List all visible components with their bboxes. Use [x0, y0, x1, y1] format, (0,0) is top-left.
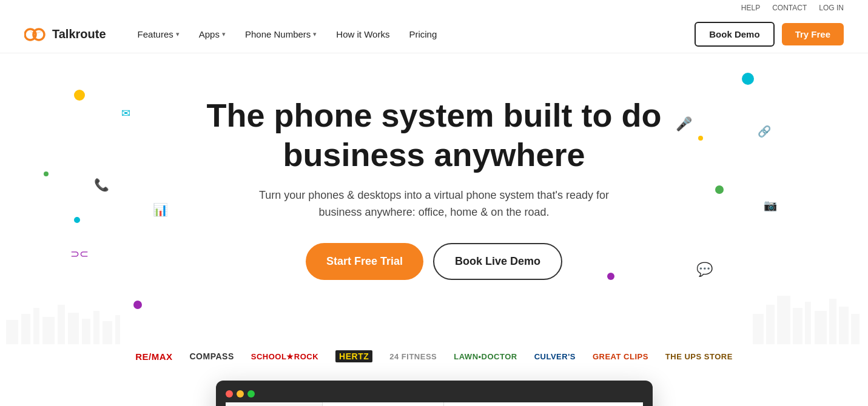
deco-org-icon: 🔗 [758, 125, 771, 138]
messages-header: All Messages ▾ ✏ [323, 402, 443, 406]
svg-rect-6 [58, 305, 65, 344]
help-link[interactable]: HELP [741, 4, 760, 12]
nav-pricing[interactable]: Pricing [402, 24, 444, 44]
traffic-light-red [226, 390, 233, 398]
logo-text: Talkroute [52, 27, 106, 41]
deco-yellow-sm-right [698, 136, 703, 141]
nav-phone-numbers[interactable]: Phone Numbers ▾ [238, 24, 324, 44]
hero-subtext: Turn your phones & desktops into a virtu… [252, 187, 616, 222]
nav-links: Features ▾ Apps ▾ Phone Numbers ▾ How it… [130, 24, 695, 44]
traffic-light-yellow [237, 390, 244, 398]
svg-rect-3 [21, 314, 30, 344]
messages-panel: All Messages ▾ ✏ 1 (312) 555-9208 We are… [323, 402, 444, 406]
nav-apps[interactable]: Apps ▾ [192, 24, 233, 44]
deco-chart-icon: 📊 [153, 202, 168, 217]
brand-schoolofrock: SCHOOL★ROCK [251, 352, 318, 361]
contact-link[interactable]: CONTACT [772, 4, 807, 12]
svg-rect-5 [42, 317, 55, 344]
svg-rect-17 [815, 311, 827, 344]
logo[interactable]: Talkroute [24, 27, 106, 42]
svg-rect-16 [805, 302, 811, 344]
deco-cyan-dot-right [742, 73, 754, 85]
deco-camera-icon: 📷 [764, 199, 777, 212]
login-link[interactable]: LOG IN [819, 4, 844, 12]
brand-24fitness: 24 FITNESS [389, 352, 437, 361]
brand-ups: The UPS Store [665, 352, 733, 361]
traffic-light-green [247, 390, 255, 398]
hero-buttons: Start Free Trial Book Live Demo [12, 243, 856, 280]
deco-mic-icon: 🎤 [676, 116, 692, 132]
brand-logos-section: RE/MAX COMPASS SCHOOL★ROCK Hertz 24 FITN… [0, 344, 868, 381]
app-preview: Acme Corp Jenny Parker ▾ All Messages ▾ … [216, 381, 653, 406]
svg-rect-13 [766, 305, 775, 344]
brand-lawndoctor: LAWN•DOCTOR [454, 352, 517, 361]
nav-cta: Book Demo Try Free [695, 22, 844, 47]
book-live-demo-button[interactable]: Book Live Demo [433, 243, 562, 280]
deco-email-icon: ✉ [121, 107, 130, 120]
svg-rect-4 [33, 308, 39, 344]
chevron-down-icon: ▾ [313, 30, 317, 38]
cityscape-right [747, 271, 868, 344]
app-screen: Acme Corp Jenny Parker ▾ All Messages ▾ … [226, 402, 643, 406]
nav-how-it-works[interactable]: How it Works [329, 24, 397, 44]
deco-yellow-dot [74, 90, 85, 101]
brand-culvers: Culver's [534, 352, 576, 361]
brand-compass: COMPASS [189, 351, 234, 361]
svg-rect-8 [82, 319, 90, 344]
top-utility-bar: HELP CONTACT LOG IN [0, 0, 868, 16]
svg-rect-15 [793, 308, 802, 344]
deco-purple-dot [133, 301, 142, 309]
svg-rect-20 [851, 314, 860, 344]
brand-remax: RE/MAX [135, 351, 172, 362]
svg-rect-9 [93, 311, 99, 344]
svg-rect-18 [829, 299, 836, 344]
app-sidebar: Acme Corp Jenny Parker ▾ [226, 402, 323, 406]
start-trial-button[interactable]: Start Free Trial [306, 243, 423, 280]
chevron-down-icon: ▾ [222, 30, 226, 38]
try-free-button[interactable]: Try Free [782, 23, 844, 45]
logo-icon [24, 27, 47, 42]
laptop-frame: Acme Corp Jenny Parker ▾ All Messages ▾ … [216, 381, 653, 406]
deco-phone-icon: 📞 [94, 178, 109, 192]
svg-rect-7 [68, 313, 79, 344]
message-detail: To: 1 (312) 555-9208 ⓘ 📞 ⊘ 🗑 Today 1:21 … [444, 402, 643, 406]
brand-hertz: Hertz [335, 350, 372, 362]
detail-header: To: 1 (312) 555-9208 ⓘ 📞 ⊘ 🗑 [444, 402, 643, 406]
svg-rect-19 [839, 307, 849, 344]
svg-rect-14 [777, 296, 790, 344]
cityscape-left [0, 284, 133, 344]
deco-blue-dot-left [74, 217, 80, 223]
navbar: Talkroute Features ▾ Apps ▾ Phone Number… [0, 16, 868, 53]
hero-section: ✉ 📞 📊 ⊃⊂ 🎤 🔗 📷 💬 [0, 53, 868, 344]
book-demo-button[interactable]: Book Demo [695, 22, 774, 47]
svg-rect-11 [115, 315, 120, 344]
hero-headline: The phone system built to do business an… [198, 96, 671, 175]
deco-green-dot-sm [44, 171, 49, 176]
svg-rect-10 [103, 321, 112, 344]
svg-rect-2 [6, 320, 18, 344]
deco-green-dot-right [715, 185, 724, 194]
brand-greatclips: Great Clips [593, 352, 648, 361]
svg-rect-12 [753, 314, 764, 344]
chevron-down-icon: ▾ [176, 30, 180, 38]
nav-features[interactable]: Features ▾ [130, 24, 187, 44]
